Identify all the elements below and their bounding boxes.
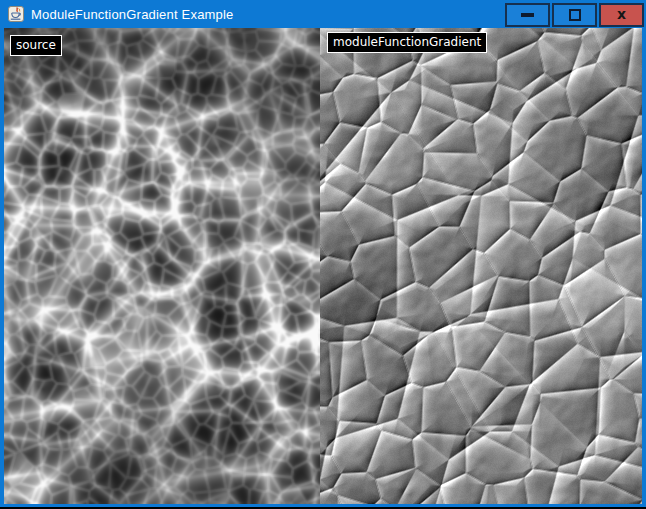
maximize-button[interactable] — [552, 3, 597, 27]
window-controls: x — [505, 1, 646, 27]
minimize-button[interactable] — [505, 3, 550, 27]
source-label: source — [10, 35, 62, 56]
maximize-icon — [569, 9, 581, 21]
source-panel: source — [4, 28, 320, 504]
minimize-icon — [521, 13, 534, 17]
gradient-texture-canvas — [320, 28, 642, 504]
source-texture-canvas — [4, 28, 320, 504]
java-coffee-cup-icon — [8, 6, 24, 22]
content-area: source moduleFunctionGradient — [0, 28, 646, 504]
close-button[interactable]: x — [599, 3, 644, 27]
gradient-panel: moduleFunctionGradient — [320, 28, 642, 504]
window-title: ModuleFunctionGradient Example — [31, 7, 234, 22]
close-icon: x — [617, 7, 626, 21]
app-window: ModuleFunctionGradient Example x source … — [0, 0, 646, 509]
titlebar[interactable]: ModuleFunctionGradient Example x — [0, 0, 646, 28]
gradient-label: moduleFunctionGradient — [327, 32, 487, 53]
window-bottom-border — [0, 504, 646, 509]
